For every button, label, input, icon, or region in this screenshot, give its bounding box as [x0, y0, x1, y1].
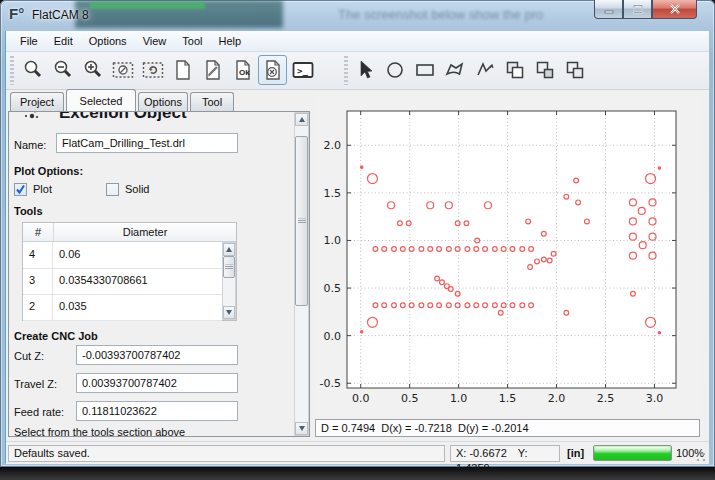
svg-text:2.0: 2.0 — [324, 139, 342, 152]
checkmark-icon — [15, 184, 26, 195]
progress-bar — [593, 445, 672, 461]
delete-object-button[interactable] — [258, 55, 287, 85]
shell-button[interactable]: >_ — [288, 55, 317, 85]
maximize-icon — [632, 4, 644, 14]
titlebar[interactable]: The screenshot below show the pro F° Fla… — [0, 0, 715, 31]
draw-circle-button[interactable] — [380, 55, 409, 85]
arrow-up-icon — [299, 117, 305, 122]
tools-hint: Select from the tools section above — [14, 426, 185, 437]
menu-view[interactable]: View — [135, 33, 175, 49]
geo-subtract-icon — [563, 58, 587, 82]
replot-button[interactable] — [138, 55, 167, 85]
cursor-x: X: -0.6672 — [456, 447, 507, 459]
travelz-label: Travel Z: — [14, 378, 57, 390]
new-file-icon — [171, 58, 195, 82]
zoom-out-button[interactable] — [48, 55, 77, 85]
geo-intersection-icon — [533, 58, 557, 82]
units-indicator: [in] — [567, 447, 584, 459]
feedrate-input[interactable] — [76, 401, 238, 421]
tool-number: 4 — [23, 242, 53, 268]
close-icon — [669, 4, 681, 14]
selected-tab-panel: Excellon Object Name: Plot Options: Plot… — [8, 111, 310, 437]
import-ok-button[interactable]: Ok — [228, 55, 257, 85]
scroll-down-button[interactable] — [295, 422, 308, 435]
maximize-button[interactable] — [623, 0, 652, 19]
draw-polygon-icon — [443, 58, 467, 82]
menu-options[interactable]: Options — [81, 33, 135, 49]
svg-text:1.5: 1.5 — [499, 392, 517, 405]
menu-help[interactable]: Help — [210, 33, 249, 49]
scroll-up-button[interactable] — [295, 113, 308, 126]
tool-number: 2 — [23, 294, 53, 320]
close-button[interactable] — [652, 0, 697, 19]
plot-canvas[interactable]: 0.00.51.01.52.02.53.0-0.50.00.51.01.52.0 — [315, 93, 700, 416]
svg-text:Ok: Ok — [239, 68, 250, 77]
tool-row[interactable]: 2 0.035 — [23, 294, 222, 321]
geo-union-button[interactable] — [500, 55, 529, 85]
draw-rectangle-button[interactable] — [410, 55, 439, 85]
clear-plot-button[interactable] — [108, 55, 137, 85]
travelz-input[interactable] — [76, 373, 238, 393]
scroll-down-button[interactable] — [223, 306, 235, 319]
background-ghost-text: The screenshot below show the pro — [338, 7, 543, 22]
status-message: Defaults saved. — [8, 445, 445, 462]
draw-polygon-button[interactable] — [440, 55, 469, 85]
delete-object-icon — [261, 58, 285, 82]
tab-project[interactable]: Project — [10, 92, 64, 111]
svg-text:1.0: 1.0 — [450, 392, 468, 405]
geo-intersection-button[interactable] — [530, 55, 559, 85]
tool-row[interactable]: 4 0.06 — [23, 242, 222, 269]
draw-rectangle-icon — [413, 58, 437, 82]
toolbar-grip[interactable] — [344, 56, 348, 85]
name-input[interactable] — [56, 133, 238, 153]
svg-text:0.5: 0.5 — [324, 282, 342, 295]
tools-label: Tools — [14, 205, 43, 217]
column-header-number[interactable]: # — [23, 223, 54, 241]
scroll-up-button[interactable] — [223, 243, 235, 256]
tool-diameter: 0.035 — [53, 294, 222, 320]
tool-row[interactable]: 3 0.0354330708661 — [23, 268, 222, 295]
zoom-in-button[interactable] — [78, 55, 107, 85]
geo-subtract-button[interactable] — [560, 55, 589, 85]
arrow-down-icon — [299, 426, 305, 431]
solid-checkbox-label[interactable]: Solid — [125, 183, 149, 195]
column-header-diameter[interactable]: Diameter — [54, 223, 236, 241]
desktop-background — [0, 467, 715, 480]
import-ok-icon: Ok — [231, 58, 255, 82]
flatcam-logo-icon: F° — [9, 5, 29, 25]
panel-title: Excellon Object — [59, 111, 187, 123]
menu-tool[interactable]: Tool — [174, 33, 210, 49]
scrollbar-thumb[interactable] — [295, 136, 308, 306]
tab-tool[interactable]: Tool — [190, 92, 234, 111]
plot-options-label: Plot Options: — [14, 165, 83, 177]
table-scrollbar[interactable] — [222, 242, 236, 320]
tab-selected[interactable]: Selected — [66, 89, 136, 111]
svg-text:1.0: 1.0 — [324, 234, 342, 247]
svg-text:>_: >_ — [297, 66, 308, 76]
app-window: The screenshot below show the pro F° Fla… — [0, 0, 715, 467]
tool-number: 3 — [23, 268, 53, 294]
panel-scrollbar[interactable] — [294, 112, 309, 436]
minimize-button[interactable] — [594, 0, 623, 19]
scrollbar-thumb[interactable] — [223, 256, 235, 278]
cutz-input[interactable] — [76, 345, 238, 365]
open-file-button[interactable] — [198, 55, 227, 85]
cnc-section-title: Create CNC Job — [14, 330, 98, 342]
svg-text:-0.5: -0.5 — [320, 377, 341, 390]
new-file-button[interactable] — [168, 55, 197, 85]
menu-file[interactable]: File — [12, 33, 46, 49]
resize-grip-icon[interactable] — [696, 452, 706, 462]
plot-checkbox-label[interactable]: Plot — [33, 183, 52, 195]
solid-checkbox[interactable] — [106, 183, 119, 196]
draw-polyline-button[interactable] — [470, 55, 499, 85]
name-label: Name: — [14, 139, 46, 151]
toolbar-grip[interactable] — [10, 56, 14, 85]
tool-diameter: 0.06 — [53, 242, 222, 268]
pointer-tool-button[interactable] — [350, 55, 379, 85]
tab-options[interactable]: Options — [138, 92, 188, 111]
tools-table-header: # Diameter — [23, 223, 236, 242]
menu-edit[interactable]: Edit — [46, 33, 81, 49]
zoom-fit-button[interactable] — [18, 55, 47, 85]
plot-checkbox[interactable] — [14, 183, 27, 196]
client-area: File Edit Options View Tool Help — [5, 31, 710, 463]
